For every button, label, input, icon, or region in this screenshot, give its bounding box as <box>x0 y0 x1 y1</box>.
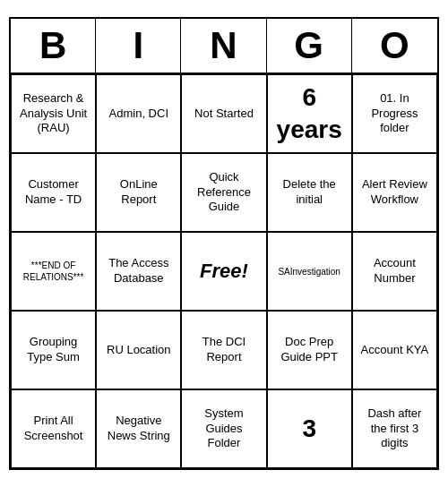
bingo-letter-O: O <box>352 19 437 73</box>
bingo-cell-17: The DCI Report <box>181 311 266 389</box>
bingo-cell-23: 3 <box>267 389 352 468</box>
bingo-cell-3: 6 years <box>267 74 352 153</box>
bingo-cell-21: Negative News String <box>96 389 181 468</box>
bingo-header: BINGO <box>11 19 437 74</box>
bingo-cell-6: OnLine Report <box>96 153 181 232</box>
bingo-cell-14: Account Number <box>352 232 437 311</box>
bingo-cell-22: System Guides Folder <box>181 389 266 468</box>
bingo-cell-11: The Access Database <box>96 232 181 311</box>
bingo-card: BINGO Research & Analysis Unit (RAU)Admi… <box>9 17 439 470</box>
bingo-cell-18: Doc Prep Guide PPT <box>267 311 352 389</box>
bingo-cell-9: Alert Review Workflow <box>352 153 437 232</box>
bingo-cell-4: 01. In Progress folder <box>352 74 437 153</box>
bingo-cell-0: Research & Analysis Unit (RAU) <box>11 74 96 153</box>
bingo-cell-13: SAInvestigation <box>267 232 352 311</box>
bingo-cell-10: ***END OF RELATIONS*** <box>11 232 96 311</box>
bingo-cell-24: Dash after the first 3 digits <box>352 389 437 468</box>
bingo-cell-15: Grouping Type Sum <box>11 311 96 389</box>
bingo-cell-7: Quick Reference Guide <box>181 153 266 232</box>
bingo-cell-20: Print All Screenshot <box>11 389 96 468</box>
bingo-letter-B: B <box>11 19 96 73</box>
bingo-cell-12: Free! <box>181 232 266 311</box>
bingo-cell-5: Customer Name - TD <box>11 153 96 232</box>
bingo-letter-I: I <box>96 19 181 73</box>
bingo-grid: Research & Analysis Unit (RAU)Admin, DCI… <box>11 74 437 468</box>
bingo-cell-16: RU Location <box>96 311 181 389</box>
bingo-cell-19: Account KYA <box>352 311 437 389</box>
bingo-letter-G: G <box>267 19 352 73</box>
bingo-letter-N: N <box>181 19 266 73</box>
bingo-cell-8: Delete the initial <box>267 153 352 232</box>
bingo-cell-2: Not Started <box>181 74 266 153</box>
bingo-cell-1: Admin, DCI <box>96 74 181 153</box>
